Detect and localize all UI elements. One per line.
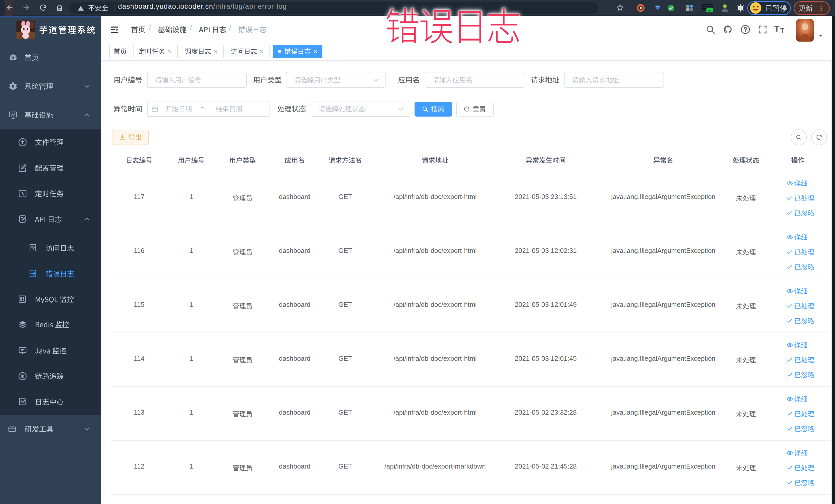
svg-text:on: on	[708, 9, 712, 12]
